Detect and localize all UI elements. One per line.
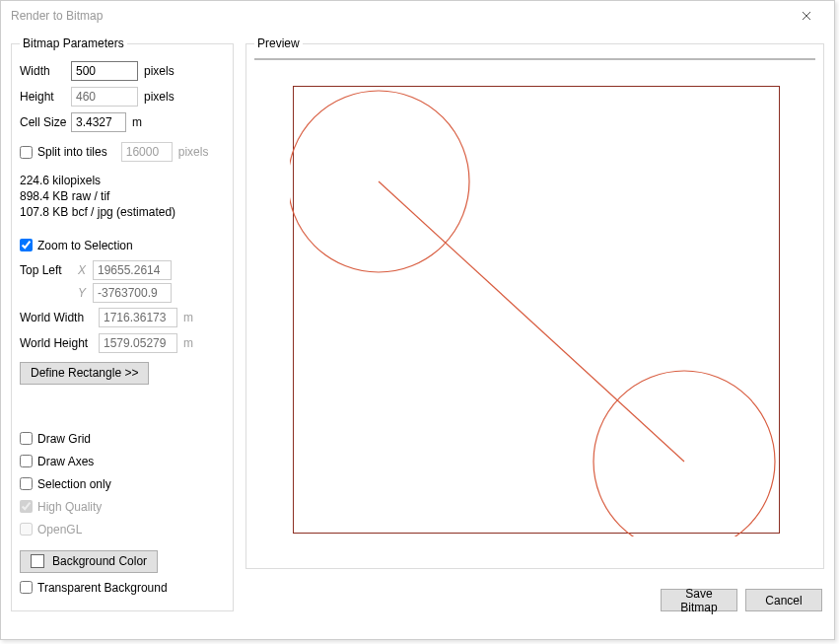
info-raw: 898.4 KB raw / tif	[20, 188, 225, 204]
height-unit: pixels	[144, 90, 175, 104]
width-input[interactable]	[71, 61, 138, 81]
x-axis-label: X	[71, 263, 93, 277]
background-color-button[interactable]: Background Color	[20, 550, 158, 573]
svg-point-0	[290, 91, 469, 272]
zoom-selection-checkbox[interactable]	[20, 239, 33, 251]
height-input[interactable]	[71, 87, 138, 107]
split-tiles-checkbox[interactable]	[20, 146, 33, 159]
define-rectangle-button[interactable]: Define Rectangle >>	[20, 362, 149, 385]
svg-point-1	[594, 371, 775, 537]
titlebar: Render to Bitmap	[1, 1, 834, 31]
worldwidth-unit: m	[183, 311, 193, 324]
high-quality-checkbox	[20, 500, 33, 513]
worldwidth-input	[99, 308, 177, 327]
preview-canvas	[254, 58, 815, 60]
width-unit: pixels	[144, 64, 175, 78]
transparent-bg-checkbox[interactable]	[20, 581, 33, 594]
topleft-x-input	[93, 260, 172, 280]
split-tiles-checkbox-label[interactable]: Split into tiles	[20, 145, 107, 159]
preview-group: Preview	[245, 36, 824, 569]
opengl-checkbox-label: OpenGL	[20, 523, 82, 537]
cellsize-label: Cell Size	[20, 115, 71, 129]
topleft-y-input	[93, 283, 172, 303]
draw-axes-checkbox-label[interactable]: Draw Axes	[20, 455, 94, 468]
svg-line-2	[379, 181, 684, 462]
window-title: Render to Bitmap	[11, 9, 103, 23]
zoom-selection-checkbox-label[interactable]: Zoom to Selection	[20, 239, 133, 252]
cancel-button[interactable]: Cancel	[745, 589, 822, 611]
bitmap-parameters-legend: Bitmap Parameters	[20, 36, 127, 50]
bitmap-parameters-group: Bitmap Parameters Width pixels Height pi…	[11, 36, 234, 611]
width-label: Width	[20, 64, 71, 78]
size-info: 224.6 kilopixels 898.4 KB raw / tif 107.…	[20, 173, 225, 221]
preview-drawing	[290, 83, 783, 537]
render-to-bitmap-dialog: Render to Bitmap Bitmap Parameters Width…	[0, 0, 835, 640]
info-kilopixels: 224.6 kilopixels	[20, 173, 225, 188]
cellsize-unit: m	[132, 115, 142, 129]
selection-only-checkbox-label[interactable]: Selection only	[20, 477, 111, 491]
high-quality-checkbox-label: High Quality	[20, 500, 102, 514]
y-axis-label: Y	[71, 286, 93, 300]
cellsize-input[interactable]	[71, 112, 126, 132]
save-bitmap-button[interactable]: Save Bitmap	[661, 589, 737, 611]
transparent-bg-checkbox-label[interactable]: Transparent Background	[20, 581, 168, 595]
draw-grid-checkbox-label[interactable]: Draw Grid	[20, 432, 91, 446]
split-tiles-unit: pixels	[178, 145, 209, 159]
worldheight-unit: m	[183, 336, 193, 350]
opengl-checkbox	[20, 523, 33, 536]
preview-legend: Preview	[254, 36, 303, 50]
close-icon[interactable]	[787, 2, 826, 30]
height-label: Height	[20, 90, 71, 104]
draw-axes-checkbox[interactable]	[20, 455, 33, 467]
worldheight-input	[99, 333, 177, 353]
worldheight-label: World Height	[20, 336, 99, 350]
selection-only-checkbox[interactable]	[20, 477, 33, 490]
color-swatch-icon	[31, 554, 44, 568]
split-tiles-input	[121, 142, 173, 162]
info-jpg: 107.8 KB bcf / jpg (estimated)	[20, 204, 225, 220]
draw-grid-checkbox[interactable]	[20, 432, 33, 445]
worldwidth-label: World Width	[20, 311, 99, 324]
topleft-label: Top Left	[20, 263, 71, 277]
